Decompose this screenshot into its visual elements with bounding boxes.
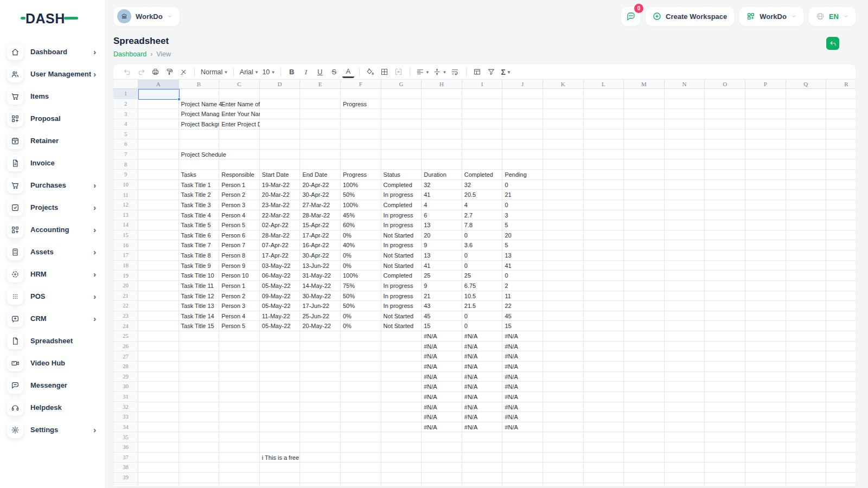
filter-button[interactable]: [486, 66, 497, 78]
cell-F9[interactable]: Progress: [341, 170, 381, 180]
cell-E21[interactable]: 30-May-22: [300, 291, 341, 301]
row-header-7[interactable]: 7: [113, 150, 138, 160]
cell-B7[interactable]: Project Schedule: [179, 150, 220, 160]
cell-H29[interactable]: #N/A: [422, 372, 462, 382]
cell-H14[interactable]: 13: [422, 220, 462, 230]
underline-button[interactable]: U: [314, 66, 326, 78]
conditional-format-button[interactable]: [471, 66, 483, 78]
brand-logo[interactable]: DASH: [0, 8, 105, 36]
cell-H13[interactable]: 6: [422, 210, 462, 221]
cell-C4[interactable]: Enter Project Det: [219, 119, 260, 130]
cell-D14[interactable]: 02-Apr-22: [260, 220, 301, 230]
cell-B2[interactable]: Project Name 4: [179, 99, 220, 110]
cell-C12[interactable]: Person 3: [219, 200, 260, 210]
cell-J22[interactable]: 22: [502, 301, 543, 311]
row-header-35[interactable]: 35: [113, 432, 138, 442]
cell-D13[interactable]: 22-Mar-22: [260, 210, 301, 221]
cell-H21[interactable]: 21: [422, 291, 462, 301]
sidebar-item-spreadsheet[interactable]: Spreadsheet: [7, 330, 99, 352]
cell-C11[interactable]: Person 2: [219, 190, 260, 200]
row-header-37[interactable]: 37: [113, 453, 138, 463]
grid-select-all-corner[interactable]: [113, 80, 138, 89]
cell-D11[interactable]: 20-Mar-22: [260, 190, 301, 200]
cell-D9[interactable]: Start Date: [260, 170, 301, 180]
cell-I33[interactable]: #N/A: [462, 412, 503, 422]
cell-I18[interactable]: 0: [462, 261, 503, 271]
cell-I19[interactable]: 25: [462, 271, 503, 281]
cell-E15[interactable]: 17-Apr-22: [300, 230, 341, 241]
cell-C9[interactable]: Responsible: [219, 170, 260, 180]
cell-C16[interactable]: Person 7: [219, 240, 260, 251]
cell-D16[interactable]: 07-Apr-22: [260, 240, 301, 251]
cell-I34[interactable]: #N/A: [462, 422, 503, 433]
cell-H22[interactable]: 43: [422, 301, 462, 311]
column-header-o[interactable]: O: [705, 80, 745, 89]
cell-J28[interactable]: #N/A: [502, 362, 543, 372]
text-wrap-button[interactable]: [449, 66, 461, 78]
cell-F11[interactable]: 50%: [341, 190, 381, 200]
cell-I15[interactable]: 0: [462, 230, 503, 241]
font-dropdown[interactable]: Arial▾: [239, 66, 259, 78]
cell-B3[interactable]: Project Manager: [179, 109, 220, 119]
row-header-5[interactable]: 5: [113, 130, 138, 140]
cell-C3[interactable]: Enter Your Name: [219, 109, 260, 119]
cell-D23[interactable]: 11-May-22: [260, 311, 301, 322]
sidebar-item-invoice[interactable]: Invoice: [7, 152, 99, 174]
cell-I13[interactable]: 2.7: [462, 210, 503, 221]
cell-I30[interactable]: #N/A: [462, 382, 503, 392]
cell-E19[interactable]: 31-May-22: [300, 271, 341, 281]
cell-J32[interactable]: #N/A: [502, 402, 543, 413]
row-header-4[interactable]: 4: [113, 119, 138, 130]
cell-J17[interactable]: 13: [502, 251, 543, 261]
cell-G13[interactable]: In progress: [381, 210, 422, 221]
cell-J16[interactable]: 5: [502, 240, 543, 251]
cell-J23[interactable]: 45: [502, 311, 543, 322]
cell-I17[interactable]: 0: [462, 251, 503, 261]
cell-B16[interactable]: Task Title 7: [179, 240, 220, 251]
column-header-c[interactable]: C: [219, 80, 260, 89]
cell-B13[interactable]: Task Title 4: [179, 210, 220, 221]
column-header-h[interactable]: H: [422, 80, 462, 89]
cell-B10[interactable]: Task Title 1: [179, 180, 220, 190]
cell-I14[interactable]: 7.8: [462, 220, 503, 230]
row-header-32[interactable]: 32: [113, 402, 138, 412]
row-header-26[interactable]: 26: [113, 342, 138, 352]
italic-button[interactable]: I: [300, 66, 312, 78]
row-header-12[interactable]: 12: [113, 200, 138, 210]
cell-H17[interactable]: 13: [422, 251, 462, 261]
workdo-menu-button[interactable]: WorkDo: [739, 7, 803, 26]
cell-G20[interactable]: In progress: [381, 281, 422, 291]
cell-G15[interactable]: Not Started: [381, 230, 422, 241]
cell-J18[interactable]: 41: [502, 261, 543, 271]
cell-H12[interactable]: 4: [422, 200, 462, 210]
cell-J21[interactable]: 11: [502, 291, 543, 301]
cell-H25[interactable]: #N/A: [422, 331, 462, 342]
sidebar-item-user-management[interactable]: User Management›: [7, 63, 99, 85]
cell-F15[interactable]: 0%: [341, 230, 381, 241]
cell-E20[interactable]: 14-May-22: [300, 281, 341, 291]
cell-E18[interactable]: 13-Jun-22: [300, 261, 341, 271]
cell-H19[interactable]: 25: [422, 271, 462, 281]
cell-G19[interactable]: Completed: [381, 271, 422, 281]
cell-B17[interactable]: Task Title 8: [179, 251, 220, 261]
row-header-22[interactable]: 22: [113, 301, 138, 311]
row-header-34[interactable]: 34: [113, 422, 138, 433]
cell-F10[interactable]: 100%: [341, 180, 381, 190]
cell-G24[interactable]: Not Started: [381, 321, 422, 331]
cell-D19[interactable]: 06-May-22: [260, 271, 301, 281]
row-header-10[interactable]: 10: [113, 180, 138, 190]
row-header-28[interactable]: 28: [113, 362, 138, 372]
sidebar-item-proposal[interactable]: Proposal: [7, 107, 99, 130]
cell-I31[interactable]: #N/A: [462, 392, 503, 402]
cell-I21[interactable]: 10.5: [462, 291, 503, 301]
column-header-n[interactable]: N: [665, 80, 705, 89]
cell-H23[interactable]: 45: [422, 311, 462, 322]
cell-B19[interactable]: Task Title 10: [179, 271, 220, 281]
cell-G9[interactable]: Status: [381, 170, 422, 180]
cell-I11[interactable]: 20.5: [462, 190, 503, 200]
language-selector[interactable]: EN: [809, 7, 856, 26]
sidebar-item-settings[interactable]: Settings›: [7, 419, 99, 441]
sidebar-item-dashboard[interactable]: Dashboard›: [7, 41, 99, 63]
cell-J10[interactable]: 0: [502, 180, 543, 190]
sidebar-item-messenger[interactable]: Messenger: [7, 374, 99, 396]
